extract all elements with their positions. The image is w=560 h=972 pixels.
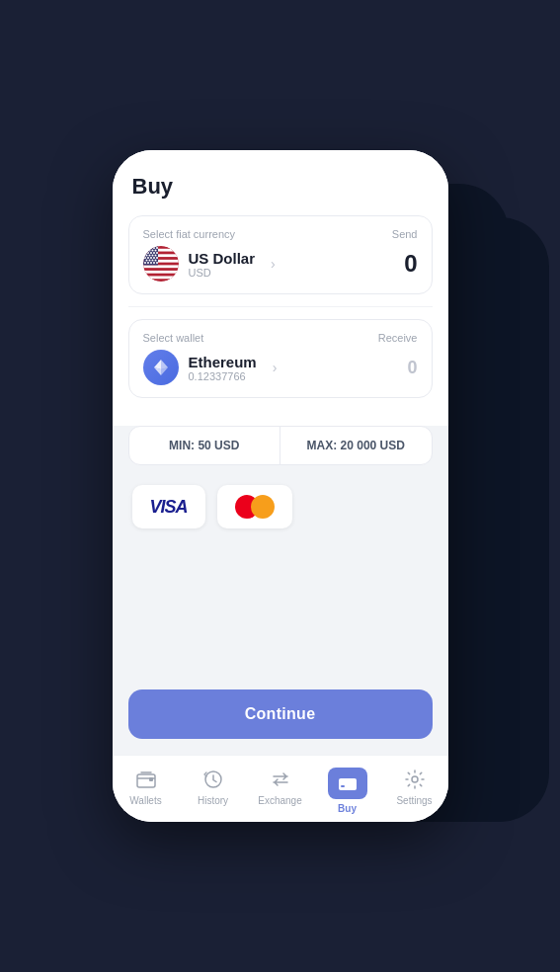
wallets-label: Wallets <box>129 795 161 806</box>
continue-button[interactable]: Continue <box>128 689 433 739</box>
nav-history[interactable]: History <box>180 768 247 806</box>
cards-wrapper: Select fiat currency Send <box>113 215 448 426</box>
svg-rect-5 <box>143 265 179 268</box>
bottom-nav: Wallets History <box>113 755 448 822</box>
svg-point-51 <box>412 776 418 782</box>
history-label: History <box>198 795 228 806</box>
spacer <box>113 548 448 680</box>
buy-label: Buy <box>338 803 357 814</box>
svg-rect-49 <box>339 781 357 784</box>
svg-point-38 <box>150 262 152 264</box>
buy-icon <box>328 768 367 799</box>
svg-point-19 <box>147 252 149 254</box>
fiat-currency-card[interactable]: Select fiat currency Send <box>128 215 433 294</box>
usd-name: US Dollar <box>189 250 256 267</box>
nav-exchange[interactable]: Exchange <box>247 768 314 806</box>
svg-rect-46 <box>149 777 153 781</box>
payment-methods: VISA <box>113 465 448 548</box>
receive-label: Receive <box>378 332 418 344</box>
svg-rect-50 <box>341 785 345 787</box>
svg-point-23 <box>145 255 147 257</box>
exchange-label: Exchange <box>258 795 301 806</box>
svg-point-18 <box>144 252 146 254</box>
wallet-label: Select wallet <box>143 332 204 344</box>
svg-point-30 <box>153 257 155 259</box>
svg-point-35 <box>154 260 156 262</box>
receive-amount: 0 <box>407 358 417 378</box>
svg-point-40 <box>156 262 158 264</box>
svg-point-39 <box>153 262 155 264</box>
exchange-icon <box>269 768 292 791</box>
eth-balance: 0.12337766 <box>189 370 257 382</box>
max-amount: MAX: 20 000 USD <box>280 427 432 464</box>
nav-wallets[interactable]: Wallets <box>113 768 180 806</box>
fiat-label: Select fiat currency <box>143 228 236 240</box>
svg-point-25 <box>151 255 153 257</box>
svg-point-12 <box>153 247 155 249</box>
svg-point-34 <box>151 260 153 262</box>
svg-point-33 <box>148 260 150 262</box>
svg-rect-7 <box>143 276 179 279</box>
history-icon <box>201 768 225 791</box>
header: Buy <box>113 150 448 215</box>
svg-point-36 <box>144 262 146 264</box>
settings-label: Settings <box>396 795 432 806</box>
svg-point-37 <box>147 262 149 264</box>
eth-icon <box>143 350 179 385</box>
min-amount: MIN: 50 USD <box>129 427 281 464</box>
nav-buy[interactable]: Buy <box>314 768 381 814</box>
card-divider <box>128 306 433 307</box>
visa-card[interactable]: VISA <box>132 485 205 528</box>
svg-point-13 <box>156 247 158 249</box>
send-label: Send <box>392 228 418 240</box>
wallet-card[interactable]: Select wallet Receive <box>128 319 433 398</box>
svg-point-24 <box>148 255 150 257</box>
page-title: Buy <box>132 174 429 200</box>
nav-settings[interactable]: Settings <box>381 768 448 806</box>
svg-point-32 <box>145 260 147 262</box>
continue-btn-area: Continue <box>113 680 448 755</box>
svg-point-10 <box>147 247 149 249</box>
svg-point-26 <box>154 255 156 257</box>
svg-point-15 <box>148 250 150 252</box>
svg-point-14 <box>145 250 147 252</box>
visa-label: VISA <box>150 497 188 518</box>
svg-point-28 <box>147 257 149 259</box>
svg-point-27 <box>144 257 146 259</box>
svg-point-31 <box>156 257 158 259</box>
svg-point-9 <box>144 247 146 249</box>
send-amount: 0 <box>404 250 417 278</box>
svg-point-20 <box>150 252 152 254</box>
usd-flag-icon <box>143 246 179 282</box>
svg-rect-2 <box>143 249 179 252</box>
usd-code: USD <box>189 267 256 279</box>
svg-rect-6 <box>143 271 179 274</box>
fiat-chevron-icon: › <box>271 256 276 272</box>
svg-point-22 <box>156 252 158 254</box>
eth-name: Ethereum <box>189 354 257 370</box>
svg-point-29 <box>150 257 152 259</box>
svg-point-21 <box>153 252 155 254</box>
svg-point-16 <box>151 250 153 252</box>
wallet-chevron-icon: › <box>273 360 278 375</box>
mastercard-card[interactable] <box>217 485 292 528</box>
minmax-row: MIN: 50 USD MAX: 20 000 USD <box>128 426 433 465</box>
mastercard-icon <box>235 495 275 519</box>
svg-point-11 <box>150 247 152 249</box>
wallets-icon <box>134 768 158 791</box>
settings-icon <box>403 768 427 791</box>
svg-point-17 <box>154 250 156 252</box>
